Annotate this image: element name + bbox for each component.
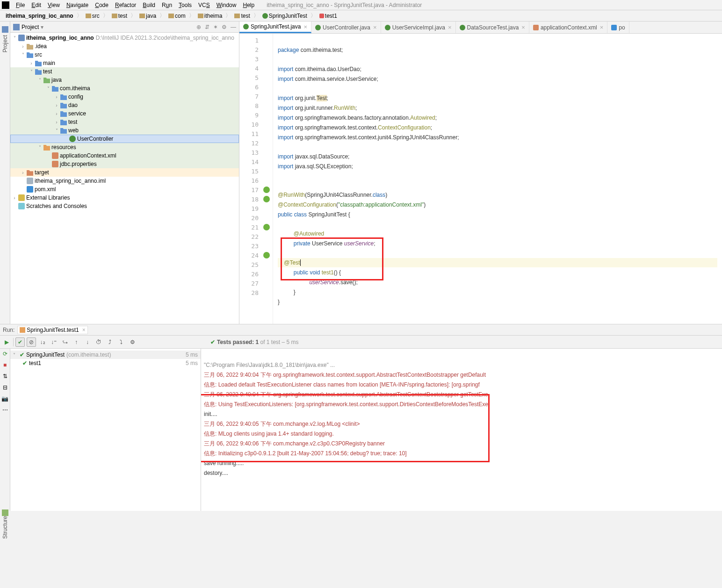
toggle-button[interactable]: ⇅ (3, 373, 7, 380)
pin-button[interactable]: ⊟ (3, 384, 7, 391)
show-ignored-icon[interactable]: ⊘ (27, 337, 36, 347)
tree-item[interactable]: ˅web (10, 126, 239, 135)
tree-item[interactable]: ˅test (10, 67, 239, 76)
menu-run[interactable]: Run (159, 1, 175, 9)
navigation-breadcrumb: itheima_spring_ioc_anno〉 src〉 test〉 java… (0, 10, 722, 22)
tests-passed-label: ✔ Tests passed: 1 of 1 test – 5 ms (210, 339, 299, 345)
close-icon[interactable]: × (303, 23, 307, 30)
tree-item[interactable]: applicationContext.xml (10, 151, 239, 160)
tree-item[interactable]: ˅com.itheima (10, 84, 239, 93)
tab-po[interactable]: po (607, 22, 629, 33)
collapse-all-icon[interactable]: ↑ (72, 337, 81, 347)
breadcrumb-method[interactable]: test1 (318, 12, 339, 20)
tree-item[interactable]: pom.xml (10, 185, 239, 194)
menu-file[interactable]: FFileile (13, 1, 28, 9)
menu-code[interactable]: Code (92, 1, 111, 9)
settings-icon[interactable]: ⚙ (128, 337, 137, 347)
menu-help[interactable]: Help (240, 1, 257, 9)
project-tool-label[interactable]: Project (2, 35, 8, 52)
tree-item[interactable]: ›.idea (10, 42, 239, 50)
menu-vcs[interactable]: VCS (195, 1, 213, 9)
tab-datasourcetest[interactable]: DataSourceTest.java× (456, 22, 529, 33)
dump-button[interactable]: 📷 (1, 395, 8, 402)
tree-file-selected[interactable]: UserController (10, 135, 239, 143)
select-opened-icon[interactable]: ⊕ (196, 24, 201, 30)
console-output[interactable]: "C:\Program Files\Java\jdk1.8.0_181\bin\… (201, 349, 722, 511)
project-panel: Project ▾ ⊕ ⇵ ✶ ⚙ — ˅itheima_spring_ioc_… (10, 22, 239, 324)
menu-tools[interactable]: Tools (176, 1, 195, 9)
tree-item[interactable]: ›target (10, 168, 239, 177)
expand-icon[interactable]: ⇵ (205, 24, 209, 30)
tree-item[interactable]: Scratches and Consoles (10, 202, 239, 210)
show-passed-icon[interactable]: ✔ (15, 337, 25, 347)
test-root[interactable]: ˅✔ SpringJunitTest (com.itheima.test) 5 … (10, 351, 201, 359)
close-icon[interactable]: × (448, 24, 452, 31)
breadcrumb-item[interactable]: com (166, 12, 188, 20)
tree-item[interactable]: jdbc.properties (10, 160, 239, 168)
sort-icon[interactable]: ↓₂ (38, 337, 47, 347)
tree-item[interactable]: ˅java (10, 76, 239, 84)
breadcrumb-item[interactable]: itheima (196, 12, 224, 20)
tree-item[interactable]: ˅resources (10, 143, 239, 151)
close-icon[interactable]: × (521, 24, 525, 31)
run-toolbar: ▶ ✔ ⊘ ↓₂ ↓⁼ ⮑ ↑ ↓ ⏱ ⤴ ⤵ ⚙ ✔ Tests passed… (0, 336, 722, 349)
breadcrumb-class[interactable]: SpringJunitTest (260, 12, 309, 20)
breadcrumb-item[interactable]: test (110, 12, 129, 20)
tree-item[interactable]: ›dao (10, 101, 239, 109)
run-gutter-icon[interactable] (263, 252, 270, 258)
project-view-combo[interactable]: Project ▾ (13, 24, 43, 30)
menu-build[interactable]: Build (140, 1, 158, 9)
tree-item[interactable]: itheima_spring_ioc_anno.iml (10, 177, 239, 185)
run-tool-window: Run: SpringJunitTest.test1× ▶ ✔ ⊘ ↓₂ ↓⁼ … (0, 324, 722, 511)
rerun-button[interactable]: ⟳ (3, 351, 7, 357)
tree-item[interactable]: ›service (10, 109, 239, 118)
stop-button[interactable]: ■ (3, 362, 7, 368)
expand-all-icon[interactable]: ⮑ (60, 337, 70, 347)
test-item[interactable]: ✔test1 5 ms (10, 359, 201, 367)
tab-userserviceimpl[interactable]: UserServiceImpl.java× (381, 22, 456, 33)
project-tree: ˅itheima_spring_ioc_annoD:\IntelliJ IDEA… (10, 33, 239, 324)
collapse-icon[interactable]: ✶ (213, 24, 218, 30)
prev-icon[interactable]: ↓ (83, 337, 92, 347)
tree-item[interactable]: ›External Libraries (10, 194, 239, 202)
breadcrumb-root[interactable]: itheima_spring_ioc_anno (4, 12, 75, 20)
next-icon[interactable]: ⏱ (94, 337, 103, 347)
left-tool-strip: Project (0, 22, 10, 324)
menu-navigate[interactable]: Navigate (64, 1, 91, 9)
tree-root[interactable]: ˅itheima_spring_ioc_annoD:\IntelliJ IDEA… (10, 34, 239, 42)
hide-icon[interactable]: — (231, 24, 236, 30)
more-button[interactable]: ⋯ (2, 407, 8, 413)
test-tree: ˅✔ SpringJunitTest (com.itheima.test) 5 … (10, 349, 201, 511)
close-icon[interactable]: × (600, 24, 604, 31)
code-editor[interactable]: package com.itheima.test; import com.ith… (273, 34, 722, 324)
tree-item[interactable]: ›config (10, 93, 239, 101)
project-tool-icon[interactable] (2, 26, 8, 33)
close-icon[interactable]: × (373, 24, 377, 31)
breadcrumb-item[interactable]: java (137, 12, 158, 20)
structure-tool-button[interactable]: Structure (0, 509, 10, 541)
tab-usercontroller[interactable]: UserController.java× (311, 22, 381, 33)
tree-item[interactable]: ˅src (10, 50, 239, 59)
export-icon[interactable]: ⤴ (105, 337, 115, 347)
settings-icon[interactable]: ⚙ (222, 24, 227, 30)
run-config-tab[interactable]: SpringJunitTest.test1× (17, 326, 87, 334)
breadcrumb-item[interactable]: test (232, 12, 252, 20)
menu-refactor[interactable]: Refactor (112, 1, 139, 9)
app-logo-icon (2, 1, 9, 9)
rerun-icon[interactable]: ▶ (2, 337, 11, 347)
spring-icon[interactable] (263, 186, 270, 193)
window-title: itheima_spring_ioc_anno - SpringJunitTes… (267, 2, 422, 8)
menu-view[interactable]: View (45, 1, 63, 9)
tab-appcontext[interactable]: applicationContext.xml× (529, 22, 607, 33)
menu-edit[interactable]: Edit (29, 1, 44, 9)
tab-springjunittest[interactable]: SpringJunitTest.java× (239, 22, 311, 33)
filter-icon[interactable]: ↓⁼ (49, 337, 58, 347)
run-gutter-icon[interactable] (263, 196, 270, 202)
import-icon[interactable]: ⤵ (116, 337, 126, 347)
spring-icon[interactable] (263, 224, 270, 230)
tree-item[interactable]: ›main (10, 59, 239, 67)
menu-window[interactable]: Window (214, 1, 239, 9)
tree-item[interactable]: ›test (10, 118, 239, 126)
breadcrumb-item[interactable]: src (84, 12, 101, 20)
run-left-toolbar: ⟳ ■ ⇅ ⊟ 📷 ⋯ (0, 349, 10, 511)
